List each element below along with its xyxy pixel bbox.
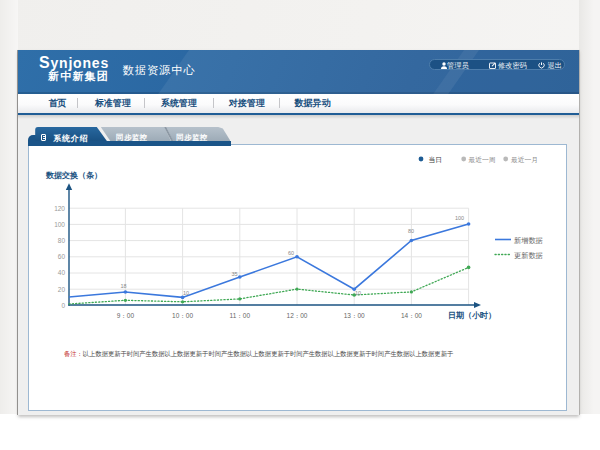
svg-text:11：00: 11：00: [229, 311, 250, 318]
svg-text:60: 60: [57, 253, 65, 260]
svg-text:20: 20: [57, 285, 65, 292]
svg-text:12：00: 12：00: [286, 311, 307, 318]
svg-text:更新数据: 更新数据: [514, 250, 543, 259]
svg-text:10: 10: [354, 289, 360, 295]
svg-text:最近一周: 最近一周: [467, 155, 495, 162]
svg-text:当日: 当日: [428, 155, 442, 163]
svg-text:35: 35: [231, 271, 237, 277]
svg-text:40: 40: [57, 269, 65, 276]
svg-text:0: 0: [61, 301, 65, 308]
svg-text:新增数据: 新增数据: [514, 235, 543, 244]
svg-text:14：00: 14：00: [400, 311, 421, 318]
svg-text:18: 18: [120, 282, 126, 288]
svg-text:60: 60: [287, 249, 293, 255]
svg-text:13：00: 13：00: [343, 311, 364, 318]
svg-text:100: 100: [54, 220, 65, 227]
svg-text:数据交换（条）: 数据交换（条）: [45, 170, 102, 179]
svg-text:9：00: 9：00: [116, 311, 134, 318]
svg-text:日期（小时）: 日期（小时）: [448, 311, 496, 320]
svg-text:80: 80: [57, 236, 65, 243]
svg-text:最近一月: 最近一月: [510, 155, 538, 163]
svg-text:80: 80: [407, 227, 413, 233]
svg-text:100: 100: [454, 214, 463, 220]
svg-text:10: 10: [182, 290, 188, 296]
svg-text:120: 120: [54, 204, 65, 211]
svg-text:10：00: 10：00: [172, 311, 193, 318]
